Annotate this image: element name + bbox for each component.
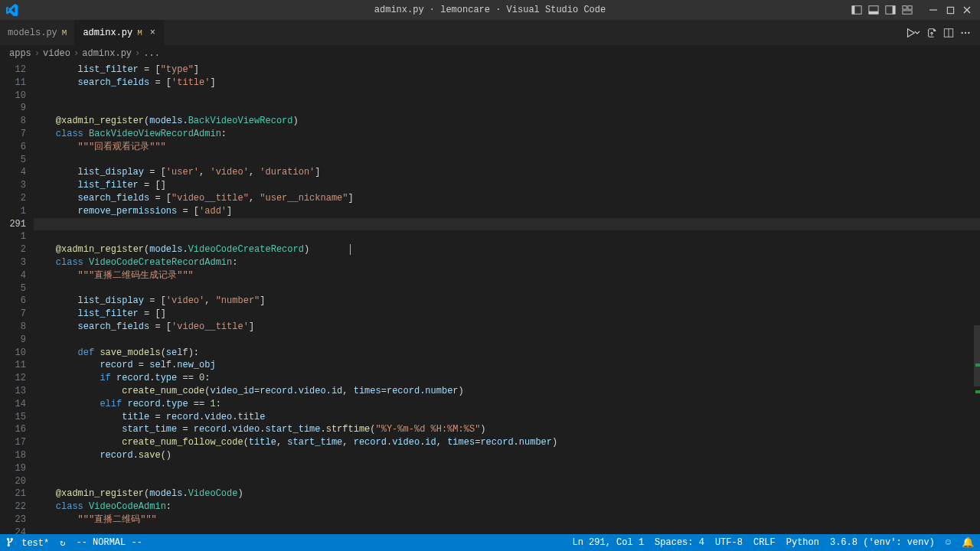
notifications-icon[interactable]: 🔔 <box>962 536 974 549</box>
line-number: 15 <box>0 411 34 424</box>
code-line[interactable] <box>34 527 980 534</box>
code-line[interactable] <box>34 218 980 231</box>
scroll-thumb[interactable] <box>974 325 980 386</box>
minimize-icon[interactable] <box>926 3 940 17</box>
code-line[interactable]: @xadmin_register(models.VideoCodeCreateR… <box>34 243 980 256</box>
code-line[interactable]: start_time = record.video.start_time.str… <box>34 423 980 436</box>
line-number: 9 <box>0 334 34 347</box>
line-number: 4 <box>0 166 34 179</box>
cursor-position[interactable]: Ln 291, Col 1 <box>572 537 644 548</box>
code-line[interactable]: class BackVideoViewRecordAdmin: <box>34 128 980 141</box>
language-mode[interactable]: Python <box>786 537 819 548</box>
code-line[interactable]: @xadmin_register(models.BackVideoViewRec… <box>34 115 980 128</box>
tab-models-py[interactable]: models.pyM <box>0 20 75 45</box>
code-line[interactable] <box>34 475 980 488</box>
close-tab-icon[interactable]: × <box>150 28 155 38</box>
code-line[interactable]: search_fields = ['video__title'] <box>34 321 980 334</box>
line-number: 12 <box>0 64 34 77</box>
code-line[interactable] <box>34 334 980 347</box>
maximize-icon[interactable] <box>943 3 957 17</box>
line-number: 5 <box>0 282 34 295</box>
tab-adminx-py[interactable]: adminx.pyM× <box>75 20 164 45</box>
code-line[interactable]: title = record.video.title <box>34 411 980 424</box>
line-number: 1 <box>0 230 34 243</box>
vim-mode: -- NORMAL -- <box>76 537 142 548</box>
code-line[interactable] <box>34 154 980 167</box>
code-line[interactable]: create_num_code(video_id=record.video.id… <box>34 385 980 398</box>
line-number: 5 <box>0 154 34 167</box>
title-bar: adminx.py · lemoncare · Visual Studio Co… <box>0 0 980 20</box>
code-line[interactable]: list_display = ['user', 'video', 'durati… <box>34 166 980 179</box>
chevron-right-icon: › <box>34 48 40 59</box>
code-area[interactable]: list_filter = ["type"] search_fields = [… <box>34 62 980 534</box>
code-line[interactable]: elif record.type == 1: <box>34 398 980 411</box>
split-editor-icon[interactable] <box>943 28 954 38</box>
svg-rect-3 <box>869 11 878 15</box>
line-number: 6 <box>0 295 34 308</box>
line-number: 10 <box>0 90 34 103</box>
code-line[interactable]: """直播二维码""" <box>34 514 980 527</box>
more-actions-icon[interactable] <box>960 28 971 38</box>
code-line[interactable]: list_filter = [] <box>34 308 980 321</box>
code-line[interactable] <box>34 462 980 475</box>
line-number: 20 <box>0 475 34 488</box>
chevron-right-icon: › <box>74 48 79 59</box>
breadcrumb-item[interactable]: apps <box>9 48 31 59</box>
encoding[interactable]: UTF-8 <box>715 537 743 548</box>
line-number: 8 <box>0 321 34 334</box>
code-line[interactable]: """回看观看记录""" <box>34 141 980 154</box>
git-branch[interactable]: test* <box>6 537 49 549</box>
line-number: 22 <box>0 500 34 514</box>
code-line[interactable] <box>34 230 980 243</box>
window-controls <box>850 3 974 17</box>
code-line[interactable]: """直播二维码生成记录""" <box>34 269 980 282</box>
breadcrumb-item[interactable]: video <box>43 48 70 59</box>
line-number: 291 <box>0 218 34 231</box>
line-number: 11 <box>0 77 34 90</box>
layout-panel-icon[interactable] <box>867 3 880 17</box>
code-line[interactable]: remove_permissions = ['add'] <box>34 205 980 218</box>
code-line[interactable]: create_num_follow_code(title, start_time… <box>34 436 980 449</box>
code-line[interactable]: record = self.new_obj <box>34 359 980 372</box>
feedback-icon[interactable]: ☺ <box>946 537 951 548</box>
code-line[interactable]: class VideoCodeCreateRecordAdmin: <box>34 256 980 269</box>
close-window-icon[interactable] <box>960 3 974 17</box>
code-line[interactable]: @xadmin_register(models.VideoCode) <box>34 487 980 500</box>
code-line[interactable] <box>34 282 980 295</box>
code-line[interactable]: if record.type == 0: <box>34 372 980 385</box>
eol[interactable]: CRLF <box>753 537 776 548</box>
layout-sidebar-left-icon[interactable] <box>850 3 864 17</box>
code-line[interactable]: list_filter = ["type"] <box>34 64 980 77</box>
sync-icon[interactable]: ↻ <box>60 537 65 549</box>
code-line[interactable]: record.save() <box>34 449 980 462</box>
layout-sidebar-right-icon[interactable] <box>884 3 897 17</box>
line-number: 24 <box>0 527 34 534</box>
code-line[interactable]: list_display = ['video', "number"] <box>34 295 980 308</box>
scrollbar[interactable] <box>972 42 980 524</box>
line-number: 11 <box>0 359 34 372</box>
modified-indicator: M <box>137 28 142 37</box>
code-line[interactable]: search_fields = ['title'] <box>34 77 980 90</box>
code-line[interactable]: list_filter = [] <box>34 179 980 192</box>
customize-layout-icon[interactable] <box>900 3 914 17</box>
breadcrumb[interactable]: apps › video › adminx.py › ... <box>0 45 980 62</box>
code-line[interactable]: class VideoCodeAdmin: <box>34 500 980 514</box>
python-interpreter[interactable]: 3.6.8 ('env': venv) <box>830 537 935 548</box>
code-line[interactable]: def save_models(self): <box>34 347 980 360</box>
run-dropdown-icon[interactable] <box>914 28 920 38</box>
overview-ruler-mark <box>975 390 980 393</box>
line-number: 6 <box>0 141 34 154</box>
open-changes-icon[interactable] <box>926 28 937 38</box>
code-line[interactable] <box>34 102 980 115</box>
tab-label: adminx.py <box>83 28 132 38</box>
breadcrumb-item[interactable]: adminx.py <box>82 48 132 59</box>
svg-rect-6 <box>903 6 906 9</box>
editor[interactable]: 1211109876543212911234567891011121314151… <box>0 62 980 534</box>
code-line[interactable]: search_fields = ["video__title", "user__… <box>34 192 980 205</box>
status-bar: test* ↻ -- NORMAL -- Ln 291, Col 1 Space… <box>0 534 980 551</box>
line-number: 3 <box>0 179 34 192</box>
indentation[interactable]: Spaces: 4 <box>655 537 704 548</box>
code-line[interactable] <box>34 90 980 103</box>
breadcrumb-item[interactable]: ... <box>143 48 160 59</box>
line-number: 4 <box>0 269 34 282</box>
